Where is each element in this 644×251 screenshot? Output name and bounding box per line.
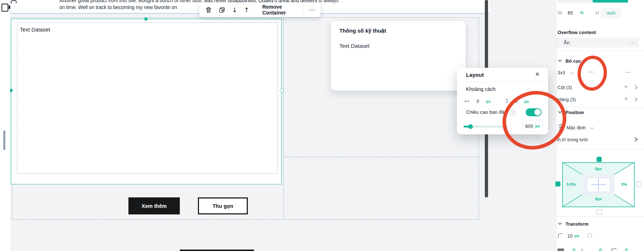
translate-x-value[interactable]: 0: [573, 248, 575, 251]
selected-container[interactable]: Text Dataset: [11, 19, 282, 184]
columns-row-label[interactable]: Cột (3): [558, 85, 572, 90]
transform-extra-row-partial: 0 0 0: [556, 248, 644, 251]
height-slider[interactable]: [463, 126, 508, 127]
layout-collapse-button[interactable]: —: [626, 69, 631, 75]
page-builder-editor: Another great product from this site. Bo…: [0, 0, 644, 251]
initial-height-toggle[interactable]: [526, 108, 542, 116]
grid-column-dashed-line: [283, 17, 284, 219]
slider-handle[interactable]: [468, 124, 473, 129]
arrow-up-icon: ↑: [244, 6, 249, 14]
resize-handle-right[interactable]: [280, 89, 284, 93]
height-auto-value: auto: [607, 11, 615, 16]
layout-section-chevron-icon[interactable]: [558, 59, 562, 62]
collapse-button[interactable]: Thu gọn: [198, 197, 248, 214]
floating-toolbar: ↓ ↑ Remove Container ···: [199, 3, 321, 17]
spacing-vertical-input[interactable]: 0: [515, 99, 517, 104]
grid-position-chevron-right-icon[interactable]: [634, 137, 638, 142]
duplicate-icon: [219, 7, 225, 13]
resize-handle-top[interactable]: [144, 17, 148, 21]
trash-icon: [205, 7, 212, 13]
overflow-value: Ẩn: [564, 40, 569, 45]
sidebar-divider-4: [556, 216, 644, 217]
skew-value[interactable]: 0: [625, 248, 628, 251]
grid-position-row-label[interactable]: Vị trí trong lưới: [556, 137, 588, 142]
diagram-handle-top[interactable]: [597, 157, 602, 162]
layout-dialog: Layout ✕ Khoảng cách ↔ 0 px ↕ 0 px Chiều…: [457, 68, 548, 134]
height-input[interactable]: 600 px: [522, 120, 543, 132]
position-mode-chevron-icon[interactable]: [590, 127, 594, 130]
grid-size-select-value[interactable]: 3x3: [558, 70, 565, 75]
grid-row-dashed-line: [283, 157, 478, 157]
skew-icon: [611, 248, 617, 251]
bottom-button-partial: [180, 250, 254, 251]
width-label: W: [558, 10, 562, 16]
toolbar-more-button[interactable]: ···: [304, 7, 321, 13]
toggle-knob: [534, 109, 541, 116]
info-icon: ?: [510, 110, 516, 115]
delete-button[interactable]: [199, 7, 215, 13]
transform-section-chevron-icon[interactable]: [558, 222, 562, 225]
toolbar-divider-1: [254, 5, 254, 14]
sidebar-divider-2: [556, 107, 644, 108]
columns-chevron-right-icon[interactable]: [634, 85, 638, 90]
layout-section-header[interactable]: Bố cục: [565, 58, 581, 64]
duplicate-button[interactable]: [215, 7, 229, 13]
add-row-button[interactable]: +: [624, 95, 628, 103]
height-unit: px: [535, 124, 540, 128]
width-value[interactable]: 65: [568, 10, 573, 16]
position-section-header[interactable]: Position: [565, 110, 584, 115]
selection-tab-partial: [11, 0, 17, 3]
sidebar-divider-1: [556, 51, 644, 51]
dialog-header-divider: [457, 82, 548, 82]
remove-container-button[interactable]: Remove Container: [256, 4, 304, 16]
text-dataset-label[interactable]: Text Dataset: [20, 26, 50, 33]
spacing-v-arrow-icon: ↕: [504, 97, 509, 105]
rail-scrollbar-thumb[interactable]: [3, 130, 5, 150]
dialog-close-button[interactable]: ✕: [535, 71, 540, 78]
diagram-left-value[interactable]: 0.0%: [567, 182, 576, 187]
sidebar: W 65 % H auto Overflow content Ẩn Bố cục…: [556, 0, 644, 251]
transform-section-header[interactable]: Transform: [565, 221, 589, 227]
expand-button[interactable]: Xem thêm: [128, 197, 180, 214]
diagram-right-value[interactable]: 0%: [621, 182, 627, 187]
diagram-top-value[interactable]: 0px: [562, 167, 635, 171]
vertical-align-icon: [558, 124, 563, 131]
diagram-handle-bottom[interactable]: [597, 209, 602, 214]
spacing-v-unit[interactable]: px: [524, 99, 529, 104]
move-down-button[interactable]: ↓: [229, 6, 241, 14]
specs-card-title: Thông số kỹ thuật: [339, 28, 386, 34]
spacing-label: Khoảng cách: [466, 86, 496, 92]
left-rail: [0, 0, 10, 251]
grid-size-chevron-icon[interactable]: [569, 72, 574, 75]
segmented-control-right[interactable]: [593, 0, 628, 3]
device-icon[interactable]: [1, 4, 8, 12]
move-icon: [558, 248, 564, 251]
rotate-icon[interactable]: [587, 233, 592, 238]
border-radius-icon: [558, 233, 563, 239]
translate-y-value[interactable]: 0: [599, 248, 602, 251]
segmented-control-left[interactable]: [558, 0, 593, 3]
diagram-bottom-value[interactable]: 0px: [562, 197, 635, 201]
position-mode-select[interactable]: Mặc định: [567, 125, 586, 130]
device-icon-bar: [9, 5, 10, 9]
width-unit[interactable]: %: [580, 11, 584, 15]
spacing-h-arrow-icon: ↔: [464, 97, 469, 105]
rows-row-label[interactable]: Hàng (3): [558, 97, 576, 102]
height-value: 600: [525, 124, 533, 129]
rows-chevron-right-icon[interactable]: [634, 97, 638, 102]
position-section-chevron-icon[interactable]: [558, 110, 562, 114]
layout-more-button[interactable]: ···: [588, 69, 595, 75]
height-auto-field[interactable]: auto: [601, 8, 622, 18]
spacing-horizontal-input[interactable]: 0: [476, 99, 479, 104]
diagram-handle-left[interactable]: [555, 181, 560, 187]
spacing-h-unit[interactable]: px: [486, 99, 491, 104]
overflow-select[interactable]: Ẩn: [556, 38, 639, 47]
diagram-handle-right[interactable]: [636, 181, 642, 187]
specs-card[interactable]: Thông số kỹ thuật Text Dataset: [331, 21, 466, 91]
grid-position-diagram: 0px 0.0% 0% 0px: [562, 162, 635, 207]
radius-value[interactable]: 10: [567, 233, 572, 239]
sidebar-divider-3: [556, 149, 644, 150]
move-up-button[interactable]: ↑: [241, 6, 253, 14]
overflow-label: Overflow content: [558, 30, 596, 35]
add-column-button[interactable]: +: [624, 83, 628, 91]
